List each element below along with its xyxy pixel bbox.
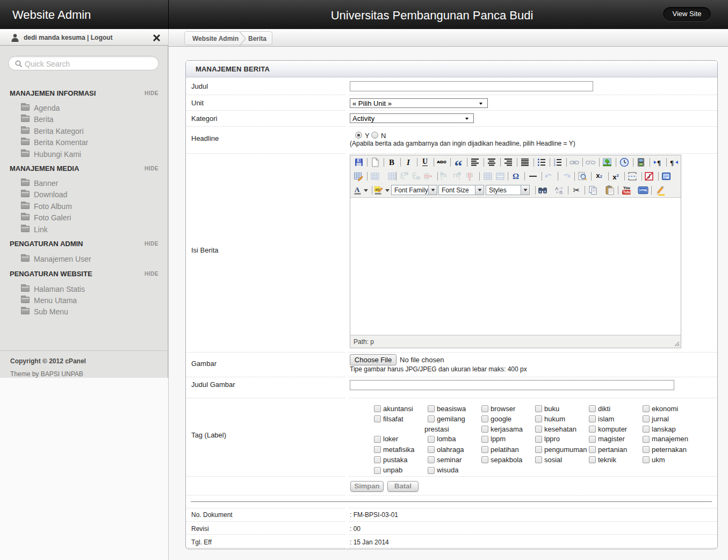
svg-text:3: 3 [554, 163, 556, 167]
svg-text:You: You [623, 186, 630, 190]
svg-text:¶: ¶ [670, 159, 674, 167]
svg-text:¶: ¶ [657, 159, 661, 167]
svg-text:HTML: HTML [639, 189, 648, 192]
svg-text:A: A [555, 186, 559, 191]
svg-text:Tube: Tube [623, 190, 632, 194]
svg-text:A: A [355, 185, 360, 193]
svg-text:B: B [559, 190, 563, 195]
